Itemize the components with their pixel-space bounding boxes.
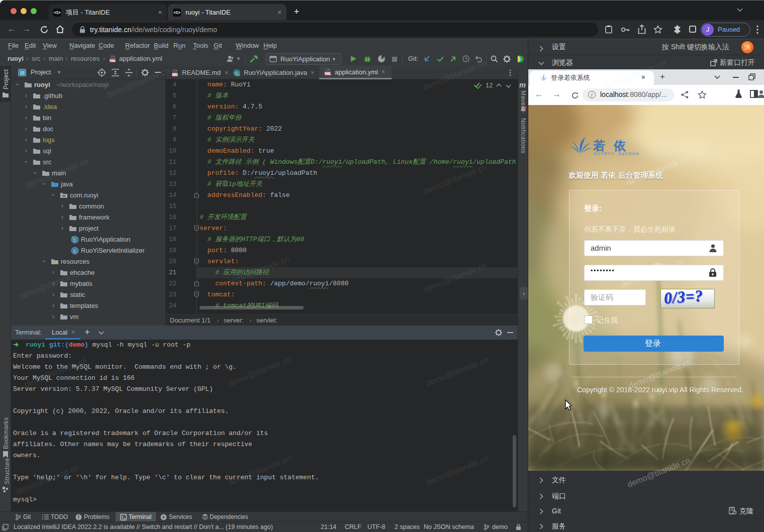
svg-text:YML: YML [110,59,116,62]
svg-text:YML: YML [324,72,331,75]
svg-text:MD: MD [172,73,177,76]
svg-text:C: C [73,249,77,254]
svg-text:C: C [73,238,77,243]
